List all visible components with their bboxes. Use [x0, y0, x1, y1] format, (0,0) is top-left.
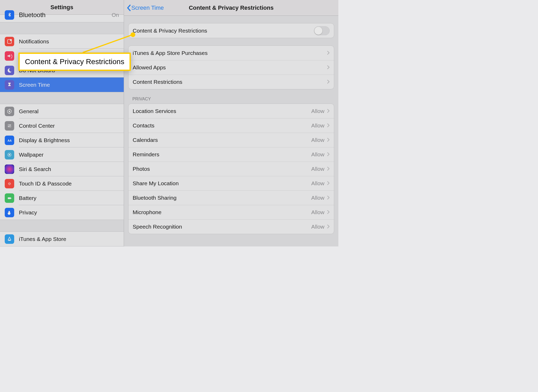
sidebar-item-label: Bluetooth	[19, 11, 45, 19]
row-label: Contacts	[133, 122, 154, 129]
brightness-icon: AA	[5, 136, 14, 145]
row-value: Allow	[311, 166, 324, 172]
sidebar-item-label: Display & Brightness	[19, 137, 70, 143]
sidebar-item-siri[interactable]: Siri & Search	[0, 162, 124, 176]
row-value: Allow	[311, 122, 324, 129]
privacy-row[interactable]: Share My LocationAllow	[128, 176, 334, 190]
privacy-row[interactable]: ContactsAllow	[128, 118, 334, 133]
chevron-right-icon	[327, 79, 330, 85]
svg-rect-10	[8, 197, 11, 199]
sidebar-item-bluetooth[interactable]: Bluetooth On	[0, 8, 124, 22]
privacy-row[interactable]: MicrophoneAllow	[128, 205, 334, 219]
detail-pane: Screen Time Content & Privacy Restrictio…	[124, 0, 338, 246]
row-label: Photos	[133, 166, 150, 172]
sidebar-item-privacy[interactable]: Privacy	[0, 205, 124, 220]
detail-header: Screen Time Content & Privacy Restrictio…	[124, 0, 338, 16]
row-value: Allow	[311, 180, 324, 187]
back-label: Screen Time	[131, 4, 164, 11]
chevron-right-icon	[327, 50, 330, 56]
sidebar-item-label: iTunes & App Store	[19, 236, 66, 242]
row-label: Content Restrictions	[133, 79, 182, 85]
chevron-right-icon	[327, 166, 330, 172]
toggle-group: Content & Privacy Restrictions	[128, 23, 334, 38]
sidebar-item-itunes[interactable]: iTunes & App Store	[0, 232, 124, 246]
chevron-right-icon	[327, 209, 330, 215]
svg-point-5	[8, 124, 9, 126]
settings-sidebar: Settings Bluetooth On Notifications	[0, 0, 124, 246]
sidebar-item-label: Battery	[19, 195, 37, 201]
row-allowed-apps[interactable]: Allowed Apps	[128, 60, 334, 75]
battery-icon	[5, 193, 14, 203]
privacy-row[interactable]: Speech RecognitionAllow	[128, 219, 334, 234]
sidebar-item-screen-time[interactable]: Screen Time	[0, 78, 124, 92]
sidebar-item-control-center[interactable]: Control Center	[0, 118, 124, 133]
row-label: Location Services	[133, 108, 176, 114]
content-privacy-toggle-row[interactable]: Content & Privacy Restrictions	[128, 23, 334, 38]
sidebar-item-label: General	[19, 108, 39, 115]
hand-icon	[5, 208, 14, 217]
row-label: Bluetooth Sharing	[133, 195, 177, 201]
row-value: Allow	[311, 151, 324, 158]
hourglass-icon	[5, 80, 14, 90]
switch-knob	[314, 27, 322, 35]
sidebar-item-notifications[interactable]: Notifications	[0, 34, 124, 49]
privacy-section-header: Privacy	[132, 97, 330, 101]
chevron-right-icon	[327, 151, 330, 158]
row-label: Reminders	[133, 151, 159, 158]
row-label: iTunes & App Store Purchases	[133, 50, 208, 56]
sidebar-item-wallpaper[interactable]: Wallpaper	[0, 147, 124, 162]
row-label: Allowed Apps	[133, 64, 166, 71]
chevron-right-icon	[327, 64, 330, 71]
siri-icon	[5, 164, 14, 174]
chevron-right-icon	[327, 122, 330, 129]
sidebar-item-battery[interactable]: Battery	[0, 191, 124, 205]
callout-box: Content & Privacy Restrictions	[18, 53, 131, 71]
bluetooth-icon	[5, 10, 14, 20]
svg-text:AA: AA	[8, 139, 12, 142]
chevron-right-icon	[327, 108, 330, 114]
chevron-right-icon	[327, 195, 330, 201]
row-value: Allow	[311, 108, 324, 114]
sidebar-item-general[interactable]: General	[0, 104, 124, 118]
row-value: Allow	[311, 209, 324, 215]
privacy-row[interactable]: PhotosAllow	[128, 162, 334, 176]
sidebar-item-label: Wallpaper	[19, 152, 44, 158]
row-itunes-purchases[interactable]: iTunes & App Store Purchases	[128, 46, 334, 60]
row-label: Calendars	[133, 137, 158, 143]
row-value: Allow	[311, 224, 324, 230]
moon-icon	[5, 66, 14, 75]
privacy-row[interactable]: Bluetooth SharingAllow	[128, 190, 334, 205]
sidebar-item-value: On	[112, 12, 119, 18]
row-label: Share My Location	[133, 180, 179, 187]
sounds-icon	[5, 51, 14, 61]
toggle-label: Content & Privacy Restrictions	[133, 28, 207, 34]
svg-rect-11	[11, 198, 12, 199]
sidebar-item-display[interactable]: AA Display & Brightness	[0, 133, 124, 147]
content-privacy-switch[interactable]	[314, 26, 330, 35]
row-value: Allow	[311, 137, 324, 143]
sidebar-item-label: Control Center	[19, 123, 55, 129]
back-button[interactable]: Screen Time	[124, 4, 164, 11]
row-value: Allow	[311, 195, 324, 201]
svg-point-9	[9, 154, 10, 156]
svg-point-6	[9, 126, 11, 127]
purchases-group: iTunes & App Store Purchases Allowed App…	[128, 45, 334, 89]
privacy-row[interactable]: CalendarsAllow	[128, 133, 334, 147]
privacy-row[interactable]: RemindersAllow	[128, 147, 334, 162]
sliders-icon	[5, 121, 14, 131]
sidebar-item-label: Notifications	[19, 38, 49, 45]
sidebar-item-label: Siri & Search	[19, 166, 51, 172]
sidebar-item-label: Screen Time	[19, 82, 50, 88]
privacy-group: Location ServicesAllowContactsAllowCalen…	[128, 104, 334, 234]
sidebar-item-touchid[interactable]: Touch ID & Passcode	[0, 176, 124, 191]
privacy-row[interactable]: Location ServicesAllow	[128, 104, 334, 118]
appstore-icon	[5, 234, 14, 244]
row-label: Speech Recognition	[133, 224, 182, 230]
row-content-restrictions[interactable]: Content Restrictions	[128, 75, 334, 89]
chevron-right-icon	[327, 137, 330, 143]
svg-point-1	[10, 39, 12, 41]
chevron-right-icon	[327, 180, 330, 187]
notifications-icon	[5, 37, 14, 46]
chevron-right-icon	[327, 224, 330, 230]
svg-point-2	[9, 111, 10, 112]
